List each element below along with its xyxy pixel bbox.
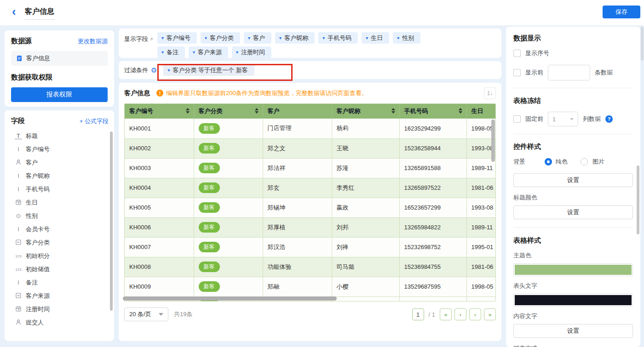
show-first-count-input[interactable] — [548, 65, 590, 80]
table-row[interactable]: KH0009新客郑融小樱135296875951998-05 — [125, 277, 495, 296]
table-cell-nickname — [332, 296, 399, 301]
field-item[interactable]: T标题 — [11, 129, 109, 142]
field-item[interactable]: I会员卡号 — [11, 222, 109, 236]
table-row[interactable]: KH0007新客郑汉浩刘禅152326987521995-01 — [125, 237, 495, 257]
table-row[interactable]: KH0005新客郑锡坤嬴政165236572991993-08 — [125, 198, 495, 217]
field-item[interactable]: 客户 — [11, 156, 109, 169]
freeze-count-select[interactable]: 1 — [548, 112, 578, 126]
table-cell-nickname: 小樱 — [332, 277, 399, 296]
show-index-checkbox[interactable] — [513, 50, 521, 57]
table-cell-birthday: 1993-08 — [466, 198, 495, 217]
column-header-label: 手机号码 — [404, 108, 428, 114]
prev-page-button[interactable]: ‹ — [454, 308, 466, 320]
background-label: 背景 — [513, 158, 540, 166]
content-text-set-button[interactable]: 设置 — [513, 324, 633, 338]
current-page-box[interactable]: 1 — [412, 308, 424, 320]
header-text-swatch[interactable] — [513, 294, 633, 307]
page-size-select[interactable]: 20 条/页 — [124, 307, 168, 321]
table-title: 客户信息 — [124, 89, 150, 97]
background-set-button[interactable]: 设置 — [513, 173, 633, 187]
freeze-checkbox[interactable] — [513, 115, 521, 123]
table-cell-code: KH0003 — [125, 158, 194, 178]
page-scrollbar[interactable] — [640, 0, 644, 347]
field-item[interactable]: 生日 — [11, 196, 109, 209]
table-row[interactable]: KH0002新客郑之文王晓152362589441993-08 — [125, 138, 495, 158]
title-icon: T — [15, 132, 22, 140]
table-row[interactable]: KH0003新客郑法祥苏漫132658915881989-11 — [125, 158, 495, 178]
field-item[interactable]: 123初始储值 — [11, 262, 109, 276]
table-row[interactable]: KH0001新客门店管理杨莉162352942991998-05 — [125, 119, 495, 138]
theme-color-swatch[interactable] — [513, 263, 633, 276]
table-cell-name: 郑汉浩 — [263, 237, 332, 257]
show-first-checkbox[interactable] — [513, 69, 521, 76]
display-field-chip[interactable]: ▾客户昵称 — [275, 32, 315, 44]
report-permission-button[interactable]: 报表权限 — [11, 87, 108, 102]
field-item[interactable]: 123初始积分 — [11, 249, 109, 262]
datasource-item[interactable]: 客户信息 — [11, 51, 108, 66]
display-field-chip[interactable]: ▾手机号码 — [318, 32, 358, 44]
table-cell-category: 新客 — [194, 198, 263, 217]
display-field-chip[interactable]: ▾客户分类 — [201, 32, 240, 44]
table-row[interactable]: KH0006新客郑厚植刘邦132659848221989-11 — [125, 217, 495, 237]
back-icon[interactable]: ‹ — [12, 5, 16, 18]
first-page-button[interactable]: « — [440, 308, 452, 320]
number-icon: 123 — [15, 265, 22, 273]
show-index-label: 显示序号 — [525, 49, 549, 57]
field-item[interactable]: 注册时间 — [11, 302, 109, 316]
table-vertical-scrollbar[interactable] — [491, 119, 495, 162]
field-item-label: 客户昵称 — [26, 172, 50, 180]
sort-icon[interactable] — [459, 108, 462, 114]
table-cell-phone — [399, 296, 466, 301]
field-item[interactable]: I手机号码 — [11, 182, 109, 196]
left-sidebar: 数据源 更改数据源 客户信息 数据获取权限 报表权限 字段 + 公式字段 T标题… — [5, 30, 114, 341]
field-item[interactable]: I备注 — [11, 276, 109, 289]
gear-icon[interactable]: ⚙ — [151, 66, 157, 74]
image-radio[interactable] — [581, 158, 588, 165]
field-item[interactable]: I客户编号 — [11, 142, 109, 156]
field-item[interactable]: 提交人 — [11, 316, 109, 329]
table-cell-birthday: 1989-11 — [466, 158, 495, 178]
settings-scrollbar[interactable] — [637, 165, 639, 234]
display-field-chip[interactable]: ▾备注 — [157, 46, 185, 58]
display-field-chip[interactable]: ▾性别 — [393, 32, 420, 44]
table-cell-code: KH0004 — [125, 178, 194, 198]
display-field-chip[interactable]: ▾客户 — [244, 32, 271, 44]
sort-icon[interactable] — [186, 108, 190, 114]
display-field-chip[interactable]: ▾生日 — [362, 32, 389, 44]
solid-color-radio[interactable] — [545, 158, 552, 165]
add-formula-field-link[interactable]: + 公式字段 — [80, 117, 109, 125]
display-field-chip[interactable]: ▾客户来源 — [189, 46, 228, 58]
change-datasource-link[interactable]: 更改数据源 — [78, 37, 108, 46]
field-item[interactable]: 客户分类 — [11, 236, 109, 249]
table-cell-code: KH0005 — [125, 198, 194, 217]
title-color-set-button[interactable]: 设置 — [513, 205, 633, 219]
sort-order-tool-icon[interactable]: 1↓ — [484, 87, 496, 99]
table-row[interactable]: KH0004新客郑玄李秀红132658975221981-06 — [125, 178, 495, 198]
fields-scrollbar[interactable] — [110, 131, 113, 311]
last-page-button[interactable]: » — [484, 308, 496, 320]
add-display-field-icon[interactable]: + — [150, 35, 154, 42]
field-item[interactable]: ⊙性别 — [11, 209, 109, 222]
chevron-down-icon: ▾ — [322, 36, 325, 40]
table-cell-category: 新客 — [194, 158, 263, 178]
show-first-suffix: 条数据 — [595, 68, 613, 77]
category-badge: 新客 — [199, 281, 220, 292]
display-field-chip-label: 客户来源 — [198, 48, 222, 57]
category-badge: 新客 — [199, 182, 220, 193]
help-icon[interactable]: ? — [605, 115, 613, 123]
display-field-chip[interactable]: ▾注册时间 — [232, 46, 271, 58]
field-item[interactable]: I客户昵称 — [11, 169, 109, 182]
table-row[interactable]: KH0008新客功能体验司马懿152369847551981-06 — [125, 257, 495, 277]
page-of-label: / 1 — [429, 311, 435, 318]
field-item[interactable]: 客户来源 — [11, 289, 109, 302]
next-page-button[interactable]: › — [469, 308, 481, 320]
sort-icon[interactable] — [391, 108, 395, 114]
column-header-label: 客户分类 — [199, 108, 223, 114]
filter-condition-chip[interactable]: ▾ 客户分类 等于任意一个 新客 — [163, 64, 254, 76]
sort-icon[interactable] — [255, 108, 259, 114]
display-field-chip[interactable]: ▾客户编号 — [157, 32, 197, 44]
save-button[interactable]: 保存 — [603, 6, 640, 18]
column-header: 客户 — [263, 104, 332, 119]
table-style-title: 表格样式 — [513, 236, 633, 245]
table-horizontal-scrollbar[interactable] — [123, 296, 337, 301]
